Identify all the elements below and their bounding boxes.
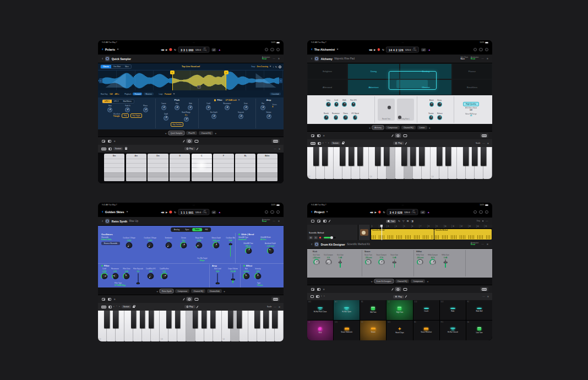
knob-dial-phase[interactable]	[143, 107, 148, 112]
keyboard-toggle-button[interactable]	[271, 139, 280, 143]
octave-down-button[interactable]: ‹	[113, 306, 114, 308]
piano-roll-icon[interactable]	[404, 288, 407, 291]
chord-strip-am[interactable]: Am	[126, 154, 146, 181]
keyboard-toggle-button[interactable]	[480, 287, 488, 291]
add-plugin-button[interactable]: +	[156, 290, 158, 293]
filter-type-field[interactable]: Filter TypeLP 24dB Edgy	[115, 283, 126, 287]
settings-icon[interactable]	[270, 48, 274, 52]
project-title[interactable]: Project	[314, 210, 325, 214]
knob-dial-glide[interactable]	[188, 105, 193, 110]
bar-ruler[interactable]: 123456789101112131415	[371, 225, 492, 229]
browser-icon[interactable]	[276, 48, 280, 52]
loop-end-handle[interactable]: ›	[224, 70, 228, 74]
camera-icon[interactable]	[102, 298, 105, 301]
rewind-button[interactable]: ◀◀	[161, 211, 164, 214]
more-icon[interactable]: ⋯	[481, 57, 484, 60]
browser-panel-icon[interactable]	[323, 220, 326, 222]
marquee-icon[interactable]: I	[273, 66, 274, 68]
waveform-display[interactable]: ‹ › × ‹ ›	[98, 70, 284, 90]
pencil-icon[interactable]	[391, 288, 394, 291]
slider-track-kick-gain[interactable]	[340, 259, 341, 268]
filter-type-value[interactable]: LP 12dB Lush	[226, 99, 237, 101]
more-icon[interactable]: ⋯	[482, 142, 485, 145]
mixer-icon[interactable]	[473, 48, 477, 52]
rewind-button[interactable]: ◀◀	[161, 48, 164, 51]
keyboard-icon[interactable]	[101, 148, 106, 150]
drag-mode-field[interactable]: Drag	[477, 220, 480, 222]
chain-plugin-quick-sampler[interactable]: Quick Sampler	[168, 131, 185, 135]
pencil-icon[interactable]	[329, 220, 331, 222]
xy-pad-reverb[interactable]: Reverb Time	[378, 99, 395, 121]
play-button[interactable]: ▶	[374, 48, 375, 51]
knob-dial-lfo-speed[interactable]	[353, 115, 358, 120]
tab-slice[interactable]: Slice	[123, 65, 131, 68]
piano-key-black[interactable]	[193, 311, 198, 328]
octave-center-button[interactable]: ˆ	[116, 306, 117, 308]
transform-selection-frame[interactable]	[389, 71, 437, 90]
piano-key-black[interactable]	[254, 311, 259, 328]
wavetable-field[interactable]: WavetableDefault Table	[101, 237, 120, 241]
list-icon[interactable]: ≡	[323, 288, 325, 291]
knob-dial-oscillator-1-shape[interactable]	[126, 242, 132, 248]
slider-track-hihat-gain[interactable]	[445, 259, 446, 268]
piano-key-black[interactable]	[175, 311, 180, 328]
drum-pad-ride[interactable]: D#2Ride	[440, 300, 466, 320]
knob-dial-autobend-depth[interactable]	[268, 248, 274, 254]
piano-key-black[interactable]	[104, 311, 109, 328]
pencil-icon[interactable]	[183, 298, 185, 301]
settings-icon[interactable]	[270, 210, 274, 214]
loop-tool-icon[interactable]: ↻	[398, 220, 400, 222]
snap-value[interactable]: Zero Crossing	[257, 66, 268, 68]
back-chevron-icon[interactable]: ‹	[311, 210, 313, 214]
browser-panel-icon[interactable]	[317, 134, 320, 137]
chord-strip-g[interactable]: G	[170, 154, 190, 181]
knob-dial-rate[interactable]	[243, 273, 249, 279]
knob-dial-filter-lfo[interactable]	[351, 102, 356, 107]
transform-zone-flavour[interactable]: Flavour	[452, 63, 492, 79]
piano-keyboard[interactable]: C2C3C4	[98, 311, 284, 341]
slider-track-snare-gain[interactable]	[394, 259, 395, 268]
knob-dial-width[interactable]	[342, 102, 347, 107]
pads-page-right-button[interactable]: ›	[324, 295, 324, 297]
knob-dial-cutoffvia-lfo[interactable]	[148, 273, 154, 279]
knob-dial-oscillator-2-shape[interactable]	[147, 242, 153, 248]
play-surface-button[interactable]: Play	[393, 295, 404, 298]
drum-pad-crash[interactable]: C#2Crash	[413, 300, 439, 320]
transform-zone-afterword[interactable]: Afterword	[307, 79, 347, 95]
track-icon-cell[interactable]	[358, 225, 370, 240]
scale-button[interactable]: Scale	[267, 306, 271, 308]
high-quality-button[interactable]: High Quality	[463, 102, 479, 106]
transform-zone-enlighten[interactable]: Enlighten	[307, 63, 347, 79]
rewind-button[interactable]: ◀◀	[369, 211, 372, 214]
plugin-preset[interactable]: Rise Up	[129, 220, 138, 222]
chord-strip-b[interactable]: B♭	[235, 154, 255, 181]
knob-dial-resonance[interactable]	[334, 115, 339, 120]
scale-button[interactable]: Scale	[476, 142, 480, 144]
knob-dial-decay[interactable]	[437, 102, 442, 107]
back-chevron-icon[interactable]: ‹	[311, 47, 313, 52]
tab-lfo-1[interactable]: LFO 1	[102, 100, 112, 103]
pencil-icon[interactable]	[391, 134, 394, 137]
knob-dial-cutoff[interactable]	[206, 105, 211, 110]
play-surface-button[interactable]: Play	[393, 142, 404, 145]
transform-zone-breathless[interactable]: Breathless	[452, 79, 492, 95]
rewind-button[interactable]: ◀◀	[369, 48, 372, 51]
poly-button[interactable]: Poly	[122, 113, 128, 118]
automation-mode[interactable]: AutomationRead	[471, 57, 478, 61]
chain-plugin-compressor[interactable]: Compressor	[175, 289, 189, 293]
midi-region[interactable]: Scientific Method	[434, 229, 492, 240]
sustain-button[interactable]: Sustain	[122, 305, 131, 308]
count-in-badge[interactable]: x4	[211, 48, 216, 51]
settings-icon[interactable]	[479, 48, 483, 52]
knob-dial-cutoff[interactable]	[334, 102, 339, 107]
tab-sync[interactable]: Sync	[182, 228, 192, 231]
slider-track-oscillator-mix[interactable]	[230, 242, 231, 257]
back-chevron-icon[interactable]: ‹	[102, 47, 104, 52]
list-icon[interactable]: ≡	[323, 134, 325, 137]
list-icon[interactable]: ≡	[278, 220, 280, 222]
drum-pad-snare[interactable]: D1Snare	[360, 321, 386, 340]
automation-mode[interactable]: AutomationRead	[262, 57, 270, 61]
tracks-view-icon[interactable]	[311, 220, 314, 222]
piano-key-black[interactable]	[384, 147, 389, 166]
more-icon[interactable]: ⋯	[273, 220, 275, 222]
